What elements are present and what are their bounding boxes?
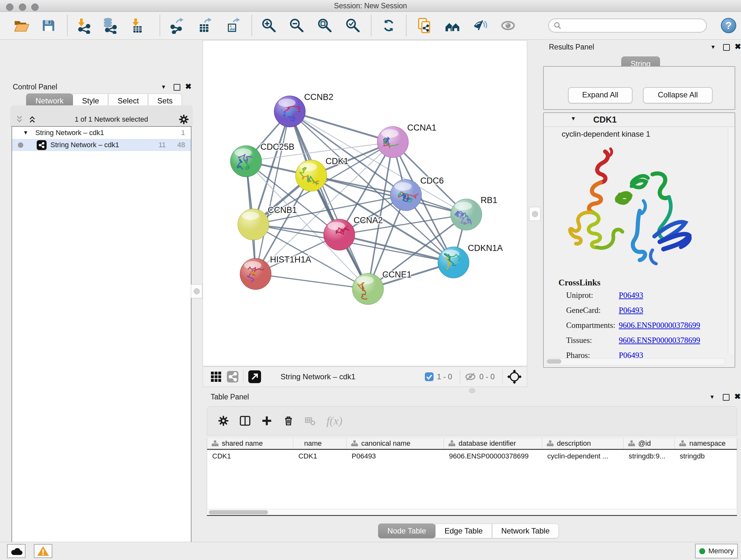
hide-graphics-details-icon[interactable]	[500, 17, 516, 34]
table-row[interactable]: CDK1CDK1P064939606.ENSP00000378699cyclin…	[207, 450, 737, 462]
search-input[interactable]	[562, 21, 706, 30]
panel-collapse-icon[interactable]: ▼	[711, 44, 716, 51]
results-vertical-scrollbar[interactable]	[728, 128, 733, 354]
column-header-description[interactable]: description	[542, 438, 623, 449]
network-node-ccnb1[interactable]: CCNB1	[238, 205, 297, 240]
tab-node-table[interactable]: Node Table	[378, 523, 435, 538]
cybrowser-documents-icon[interactable]	[416, 17, 433, 34]
table-options-gear-icon[interactable]	[218, 415, 229, 426]
collection-expand-icon[interactable]: ▼	[23, 130, 28, 136]
refresh-icon[interactable]	[381, 17, 397, 34]
crosslink-value-link[interactable]: P06493	[619, 306, 643, 315]
close-window-button[interactable]	[6, 3, 13, 11]
collapse-all-networks-icon[interactable]	[27, 115, 37, 124]
import-network-icon[interactable]	[75, 17, 92, 34]
column-header-shared-name[interactable]: shared name	[207, 438, 293, 449]
grid-view-icon[interactable]	[211, 371, 221, 382]
export-table-icon[interactable]	[196, 17, 212, 34]
network-node-cdk1[interactable]: CDK1	[295, 157, 348, 191]
crosslinks-heading: CrossLinks	[558, 278, 735, 288]
gene-section-header[interactable]: ▼ CDK1	[544, 113, 735, 127]
panel-float-icon[interactable]	[723, 44, 730, 51]
save-session-icon[interactable]	[40, 17, 57, 34]
column-header-@id[interactable]: @id	[623, 438, 675, 449]
export-image-icon[interactable]	[224, 17, 241, 34]
network-node-cdkn1a[interactable]: CDKN1A	[438, 243, 503, 278]
network-node-cdc6[interactable]: CDC6	[390, 176, 444, 211]
left-splitter-handle[interactable]	[191, 284, 202, 298]
tab-edge-table[interactable]: Edge Table	[435, 523, 492, 538]
export-network-icon[interactable]	[168, 17, 185, 34]
column-header-canonical-name[interactable]: canonical name	[347, 438, 444, 449]
panel-close-icon[interactable]: ✖	[734, 392, 741, 401]
table-horizontal-scrollbar[interactable]	[207, 509, 737, 516]
network-edge[interactable]	[256, 111, 290, 274]
crosslink-value-link[interactable]: P06493	[619, 291, 643, 300]
table-cell[interactable]: CDK1	[207, 452, 293, 460]
network-node-ccna1[interactable]: CCNA1	[377, 123, 436, 158]
open-session-icon[interactable]	[12, 17, 29, 34]
network-collection-row[interactable]: ▼ String Network – cdk1 1	[12, 127, 191, 139]
network-node-rb1[interactable]: RB1	[451, 195, 497, 230]
crosslink-value-link[interactable]: 9606.ENSP00000378699	[619, 336, 700, 345]
column-header-name[interactable]: name	[293, 438, 347, 449]
zoom-out-icon[interactable]	[288, 17, 305, 34]
network-row-selected[interactable]: String Network – cdk1 11 48	[12, 139, 191, 151]
maximize-window-button[interactable]	[31, 3, 39, 11]
warnings-button[interactable]	[34, 544, 52, 558]
search-box[interactable]	[548, 18, 707, 33]
table-cell[interactable]: cyclin-dependent ...	[542, 452, 623, 460]
table-cell[interactable]: 9606.ENSP00000378699	[444, 452, 542, 460]
expand-all-button[interactable]: Expand All	[568, 87, 632, 104]
toolbar-divider	[159, 15, 160, 36]
crosshair-icon[interactable]	[507, 369, 522, 384]
network-options-gear-icon[interactable]	[179, 114, 189, 125]
network-canvas[interactable]: CCNB2CCNA1CDC25BCDK1CDC6RB1CCNB1CCNA2CDK…	[203, 40, 527, 366]
table-cell[interactable]: stringdb:9...	[623, 452, 675, 460]
network-node-ccna2[interactable]: CCNA2	[324, 215, 383, 250]
automation-cloud-button[interactable]	[7, 544, 25, 558]
panel-collapse-icon[interactable]: ▼	[710, 394, 715, 400]
zoom-selected-icon[interactable]	[345, 17, 361, 34]
network-graph[interactable]: CCNB2CCNA1CDC25BCDK1CDC6RB1CCNB1CCNA2CDK…	[203, 41, 527, 365]
home-icon[interactable]	[444, 17, 461, 34]
network-node-ccne1[interactable]: CCNE1	[352, 270, 412, 305]
panel-collapse-icon[interactable]: ▼	[161, 84, 166, 90]
birds-eye-view-icon[interactable]	[248, 370, 261, 383]
selected-checkbox-icon[interactable]	[425, 372, 434, 381]
panel-close-icon[interactable]: ✖	[735, 42, 741, 51]
table-cell[interactable]: stringdb	[675, 452, 737, 460]
show-graphics-details-icon[interactable]	[472, 17, 488, 34]
table-cell[interactable]: CDK1	[293, 452, 347, 460]
column-header-database-identifier[interactable]: database identifier	[444, 438, 542, 449]
right-splitter-handle[interactable]	[529, 207, 541, 221]
table-cell[interactable]: P06493	[347, 452, 444, 460]
results-horizontal-scrollbar[interactable]	[546, 358, 725, 365]
add-column-icon[interactable]	[261, 415, 272, 426]
collapse-all-button[interactable]: Collapse All	[643, 87, 713, 104]
panel-float-icon[interactable]	[723, 394, 730, 401]
node-label: CCNB2	[304, 92, 333, 102]
zoom-in-icon[interactable]	[261, 17, 277, 34]
delete-column-icon[interactable]	[283, 415, 294, 426]
zoom-fit-icon[interactable]	[317, 17, 333, 34]
show-columns-icon[interactable]	[240, 415, 251, 426]
hidden-eye-icon[interactable]	[465, 372, 476, 381]
minimize-window-button[interactable]	[19, 3, 26, 11]
import-network-from-database-icon[interactable]	[101, 17, 118, 34]
network-node-hist1h1a[interactable]: HIST1H1A	[240, 255, 311, 290]
column-header-namespace[interactable]: namespace	[675, 438, 737, 449]
tab-network-table[interactable]: Network Table	[492, 523, 559, 538]
memory-button[interactable]: Memory	[695, 544, 738, 558]
scrollbar-thumb[interactable]	[209, 510, 268, 514]
gene-collapse-icon[interactable]: ▼	[570, 116, 576, 122]
expand-all-networks-icon[interactable]	[15, 115, 24, 124]
network-edge[interactable]	[256, 274, 368, 289]
panel-close-icon[interactable]: ✖	[185, 82, 192, 91]
import-table-icon[interactable]	[129, 17, 145, 34]
network-overview-icon[interactable]	[226, 371, 239, 383]
network-edge[interactable]	[290, 111, 393, 142]
panel-float-icon[interactable]	[174, 84, 180, 91]
crosslink-value-link[interactable]: 9606.ENSP00000378699	[619, 321, 700, 330]
help-icon[interactable]: ?	[720, 17, 737, 34]
